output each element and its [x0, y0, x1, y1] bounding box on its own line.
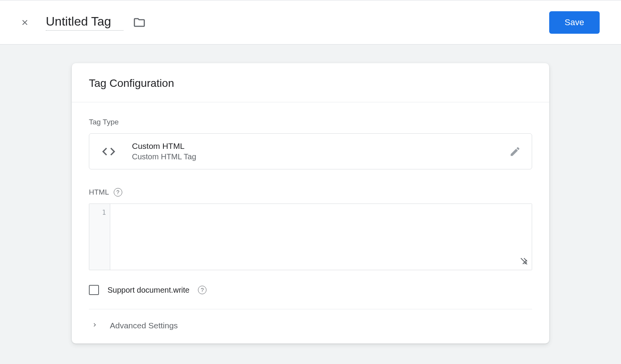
- tag-type-label: Tag Type: [89, 118, 532, 126]
- resize-icon: [519, 257, 529, 266]
- support-docwrite-row: Support document.write ?: [89, 285, 532, 309]
- support-docwrite-label: Support document.write: [108, 286, 189, 295]
- tag-config-card: Tag Configuration Tag Type Custom HTML C…: [72, 63, 549, 343]
- tag-type-text: Custom HTML Custom HTML Tag: [132, 141, 509, 161]
- code-icon: [100, 143, 117, 160]
- folder-button[interactable]: [133, 16, 146, 29]
- html-label: HTML: [89, 188, 109, 197]
- tag-type-subtitle: Custom HTML Tag: [132, 152, 509, 161]
- chevron-right-icon: [91, 321, 98, 330]
- card-header: Tag Configuration: [72, 63, 549, 102]
- content-area: Tag Configuration Tag Type Custom HTML C…: [0, 45, 621, 343]
- support-docwrite-checkbox[interactable]: [89, 285, 99, 295]
- tag-title-input[interactable]: [46, 14, 123, 31]
- save-button[interactable]: Save: [549, 11, 600, 34]
- close-icon: [21, 18, 29, 27]
- card-title: Tag Configuration: [89, 77, 532, 90]
- tag-type-selector[interactable]: Custom HTML Custom HTML Tag: [89, 133, 532, 169]
- html-help-icon[interactable]: ?: [114, 188, 122, 197]
- line-number: 1: [93, 209, 106, 216]
- code-textarea[interactable]: [110, 204, 532, 270]
- tag-type-name: Custom HTML: [132, 141, 509, 151]
- header-bar: Save: [0, 0, 621, 45]
- html-code-editor[interactable]: 1: [89, 204, 532, 270]
- card-body: Tag Type Custom HTML Custom HTML Tag HTM…: [72, 102, 549, 343]
- pencil-icon: [509, 146, 521, 157]
- resize-handle[interactable]: [519, 257, 529, 267]
- folder-icon: [133, 16, 146, 29]
- edit-tag-type-button[interactable]: [509, 146, 521, 157]
- editor-gutter: 1: [89, 204, 110, 270]
- advanced-settings-label: Advanced Settings: [110, 321, 178, 330]
- html-label-row: HTML ?: [89, 188, 532, 197]
- docwrite-help-icon[interactable]: ?: [198, 286, 206, 294]
- close-button[interactable]: [19, 17, 30, 28]
- advanced-settings-toggle[interactable]: Advanced Settings: [89, 309, 532, 343]
